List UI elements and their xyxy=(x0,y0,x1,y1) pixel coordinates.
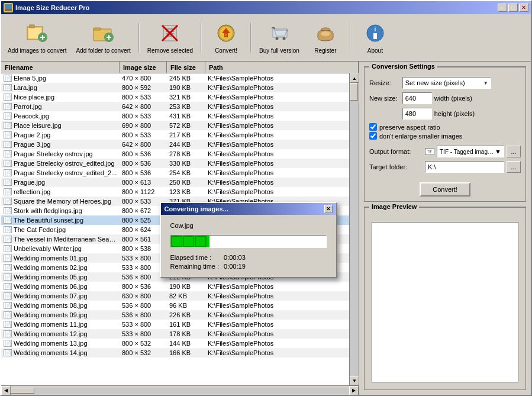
table-row[interactable]: 📄Peacock.jpg800 × 533431 KBK:\Files\Samp… xyxy=(1,111,349,121)
svg-rect-1 xyxy=(5,9,12,11)
file-icon: 📄 xyxy=(4,112,12,120)
buy-full-button[interactable]: Buy full version xyxy=(255,17,304,59)
table-row[interactable]: 📄Prague 2.jpg800 × 533217 KBK:\Files\Sam… xyxy=(1,130,349,140)
resize-control: Set new size (pixels) ▼ xyxy=(402,77,521,89)
output-format-arrow: ▼ xyxy=(495,148,501,155)
table-row[interactable]: 📄Place leisure.jpg690 × 800572 KBK:\File… xyxy=(1,121,349,130)
table-row[interactable]: 📄Nice place.jpg800 × 533321 KBK:\Files\S… xyxy=(1,92,349,102)
filename-text: reflection.jpg xyxy=(14,188,50,195)
convert-label: Convert! xyxy=(215,47,237,54)
cell-imgsize: 642 × 800 xyxy=(120,102,167,111)
cell-path: K:\Files\SamplePhotos xyxy=(205,102,349,111)
cell-filesize: 123 KB xyxy=(167,187,205,197)
output-format-browse[interactable]: ... xyxy=(507,146,521,157)
remove-selected-button[interactable]: Remove selected xyxy=(143,17,197,59)
dont-enlarge-checkbox[interactable] xyxy=(369,132,377,140)
width-input[interactable] xyxy=(402,92,432,104)
cell-path: K:\Files\SamplePhotos xyxy=(205,149,349,159)
table-row[interactable]: 📄Wedding moments 13.jpg800 × 532144 KBK:… xyxy=(1,339,349,348)
table-row[interactable]: 📄Elena 5.jpg470 × 800245 KBK:\Files\Samp… xyxy=(1,73,349,83)
scroll-left-button[interactable]: ◀ xyxy=(1,386,11,395)
table-row[interactable]: 📄Prague 3.jpg642 × 800244 KBK:\Files\Sam… xyxy=(1,140,349,149)
h-scroll-thumb[interactable] xyxy=(11,388,34,394)
scroll-up-button[interactable]: ▲ xyxy=(350,73,359,83)
scroll-track[interactable] xyxy=(350,83,359,376)
cell-path: K:\Files\SamplePhotos xyxy=(205,282,349,291)
target-folder-label: Target folder: xyxy=(369,163,423,170)
filename-text: Wedding moments 02.jpg xyxy=(14,264,88,271)
minimize-button[interactable]: ─ xyxy=(498,4,507,12)
cell-imgsize: 642 × 800 xyxy=(120,140,167,149)
add-images-button[interactable]: Add images to convert xyxy=(4,17,71,59)
table-row[interactable]: 📄Lara.jpg800 × 592190 KBK:\Files\SampleP… xyxy=(1,83,349,92)
add-folder-label: Add folder to convert xyxy=(76,47,131,54)
cell-path: K:\Files\SamplePhotos xyxy=(205,140,349,149)
table-row[interactable]: 📄Wedding moments 09.jpg536 × 800226 KBK:… xyxy=(1,310,349,320)
cell-filename: 📄Square the Memory of Heroes.jpg xyxy=(1,197,120,206)
converting-modal[interactable]: Converting images... ✕ Cow.jpg Elapsed t… xyxy=(160,202,337,278)
tif-icon: TIF xyxy=(425,148,434,155)
output-format-select[interactable]: TIF - Tagged image file ▼ xyxy=(437,146,504,157)
height-input[interactable] xyxy=(402,108,432,120)
close-button[interactable]: ✕ xyxy=(519,4,528,12)
convert-button[interactable]: ! Convert! xyxy=(205,17,247,59)
target-folder-browse[interactable]: ... xyxy=(507,161,521,173)
svg-text:!: ! xyxy=(225,33,227,37)
table-row[interactable]: 📄Prague Strelecky ostrov.jpg800 × 536278… xyxy=(1,149,349,159)
table-row[interactable]: 📄Wedding moments 14.jpg800 × 532166 KBK:… xyxy=(1,348,349,358)
table-row[interactable]: 📄Wedding moments 12.jpg533 × 800178 KBK:… xyxy=(1,329,349,339)
add-folder-button[interactable]: Add folder to convert xyxy=(72,17,135,59)
cell-filename: 📄Wedding moments 05.jpg xyxy=(1,272,120,282)
cell-filename: 📄Wedding moments 01.jpg xyxy=(1,253,120,263)
file-icon: 📄 xyxy=(4,122,12,129)
file-icon: 📄 xyxy=(4,150,12,157)
cell-filesize: 330 KB xyxy=(167,159,205,168)
cell-filename: 📄The Cat Fedor.jpg xyxy=(1,225,120,234)
cell-imgsize: 800 × 592 xyxy=(120,83,167,92)
main-convert-button[interactable]: Convert! xyxy=(420,182,470,197)
scroll-thumb[interactable] xyxy=(350,83,358,101)
vertical-scrollbar[interactable]: ▲ ▼ xyxy=(349,73,359,385)
output-format-value: TIF - Tagged image file xyxy=(440,149,495,155)
modal-title-bar: Converting images... ✕ xyxy=(161,203,336,215)
table-row[interactable]: 📄Prague Strelecky ostrov_edited.jpg800 ×… xyxy=(1,159,349,168)
scroll-down-button[interactable]: ▼ xyxy=(350,376,359,385)
image-preview-title: Image Preview xyxy=(369,203,419,210)
table-row[interactable]: 📄Parrot.jpg642 × 800253 KBK:\Files\Sampl… xyxy=(1,102,349,111)
resize-select[interactable]: Set new size (pixels) ▼ xyxy=(402,77,491,89)
preserve-aspect-checkbox[interactable] xyxy=(369,123,377,131)
target-folder-input[interactable]: K:\ xyxy=(425,161,504,173)
cell-imgsize: 690 × 800 xyxy=(120,121,167,130)
table-row[interactable]: 📄reflection.jpg800 × 1122123 KBK:\Files\… xyxy=(1,187,349,197)
table-row[interactable]: 📄Wedding moments 07.jpg630 × 80082 KBK:\… xyxy=(1,291,349,301)
cell-filename: 📄The vessel in Mediterranean Sea.jpg xyxy=(1,234,120,244)
file-icon: 📄 xyxy=(4,84,12,91)
table-row[interactable]: 📄Wedding moments 11.jpg533 × 800161 KBK:… xyxy=(1,320,349,329)
register-button[interactable]: Register xyxy=(305,17,346,59)
cell-filename: 📄Lara.jpg xyxy=(1,83,120,92)
cell-filesize: 190 KB xyxy=(167,83,205,92)
table-row[interactable]: 📄Prague.jpg800 × 613250 KBK:\Files\Sampl… xyxy=(1,178,349,187)
horizontal-scrollbar[interactable]: ◀ ▶ xyxy=(1,385,359,395)
scroll-right-button[interactable]: ▶ xyxy=(349,386,359,395)
file-icon: 📄 xyxy=(4,273,12,281)
register-icon xyxy=(314,21,337,45)
cell-path: K:\Files\SamplePhotos xyxy=(205,339,349,348)
h-scroll-track[interactable] xyxy=(11,388,349,394)
modal-close-button[interactable]: ✕ xyxy=(324,205,333,213)
cell-filesize: 321 KB xyxy=(167,92,205,102)
table-row[interactable]: 📄Wedding moments 06.jpg800 × 536190 KBK:… xyxy=(1,282,349,291)
add-folder-icon xyxy=(92,21,115,45)
table-row[interactable]: 📄Wedding moments 08.jpg536 × 80096 KBK:\… xyxy=(1,301,349,310)
about-label: About xyxy=(367,47,383,54)
svg-rect-0 xyxy=(5,4,12,9)
maximize-button[interactable]: □ xyxy=(508,4,518,12)
cell-path: K:\Files\SamplePhotos xyxy=(205,178,349,187)
remaining-value: 0:00:19 xyxy=(224,263,326,270)
cell-filename: 📄Stork with fledglings.jpg xyxy=(1,206,120,215)
file-icon: 📄 xyxy=(4,94,12,101)
table-row[interactable]: 📄Prague Strelecky ostrov_edited_2...800 … xyxy=(1,168,349,178)
about-button[interactable]: i About xyxy=(354,17,396,59)
cell-filename: 📄Wedding moments 13.jpg xyxy=(1,339,120,348)
progress-block-1 xyxy=(172,236,182,247)
